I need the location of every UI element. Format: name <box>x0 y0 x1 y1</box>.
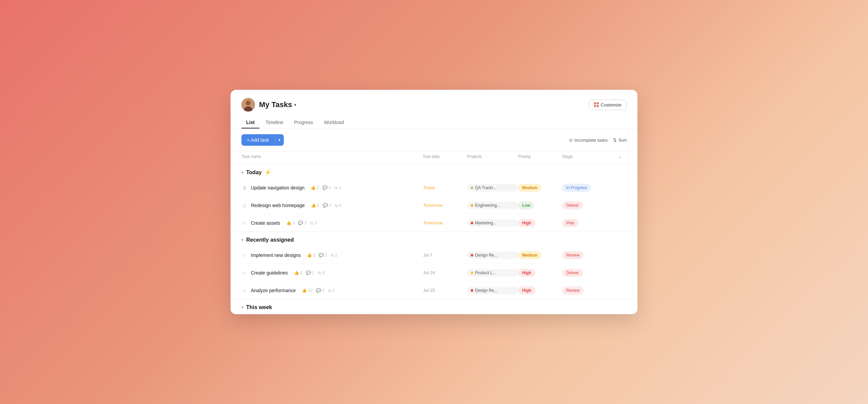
task-meta: 👍 2 💬 1 ⇆ 2 <box>311 185 341 190</box>
task-priority: Medium <box>518 184 562 192</box>
toolbar-right: ⊙ Incomplete tasks ⇅ Sort <box>569 138 627 143</box>
task-icon-diamond: ◇ <box>241 202 248 208</box>
task-priority: High <box>518 219 562 227</box>
project-dot <box>471 289 473 292</box>
task-project: Engineering... <box>467 202 518 209</box>
project-dot <box>471 204 473 207</box>
task-priority: High <box>518 286 562 295</box>
svg-point-1 <box>246 101 251 105</box>
task-name: Create assets <box>251 220 280 226</box>
task-comments: 💬 2 <box>316 288 324 293</box>
add-task-label: + Add task <box>247 137 269 143</box>
tab-list[interactable]: List <box>241 117 259 128</box>
task-project: QA Tracki... <box>467 184 518 191</box>
section-recently-assigned-title: Recently assigned <box>246 237 294 243</box>
table-row[interactable]: ○ Create guidelines 👍 2 💬 1 ⇆ 8 Jul 24 P… <box>231 264 637 282</box>
project-dot <box>471 186 473 189</box>
task-name-cell: ⧖ Update navigation design 👍 2 💬 1 ⇆ 2 <box>241 181 423 195</box>
project-name: Design Re... <box>475 253 497 258</box>
title-dropdown-icon[interactable]: ▾ <box>294 102 296 107</box>
section-today: ▾ Today ⚡ ⧖ Update navigation design 👍 2… <box>231 164 637 232</box>
incomplete-tasks-label: Incomplete tasks <box>575 138 608 143</box>
task-project: Design Re... <box>467 287 518 294</box>
task-due-date: Tomorrow <box>423 203 467 208</box>
table-row[interactable]: ◇ Redesign web homepage 👍 2 💬 2 ⇆ 4 Tomo… <box>231 197 637 214</box>
section-recently-assigned-header[interactable]: ▾ Recently assigned <box>231 232 637 246</box>
task-comments: 💬 2 <box>319 253 327 258</box>
tab-workload[interactable]: Workload <box>319 117 349 128</box>
tab-progress[interactable]: Progress <box>289 117 318 128</box>
col-projects: Projects <box>467 154 518 161</box>
task-name-cell: ○ Implement new designs 👍 2 💬 2 ⇆ 2 <box>241 248 423 262</box>
table-row[interactable]: ○ Analyze performance 👍 12 💬 2 ⇆ 2 Jul 2… <box>231 282 637 299</box>
task-meta: 👍 2 💬 2 ⇆ 4 <box>311 203 341 208</box>
header-top: My Tasks ▾ Customize <box>241 98 627 112</box>
table-row[interactable]: ⧖ Update navigation design 👍 2 💬 1 ⇆ 2 T… <box>231 179 637 197</box>
task-icon-hourglass: ⧖ <box>241 185 248 191</box>
task-subtasks: ⇆ 4 <box>335 203 341 208</box>
task-due-date: Today <box>423 185 467 190</box>
add-column-button[interactable]: + <box>613 154 627 161</box>
task-likes: 👍 2 <box>311 203 319 208</box>
task-table: Task name Due date Projects Priority Sta… <box>231 151 637 314</box>
header: My Tasks ▾ Customize List Timeline Progr… <box>231 90 637 129</box>
task-due-date: Jul 24 <box>423 270 467 275</box>
page-title-wrap: My Tasks ▾ <box>259 100 296 109</box>
col-priority: Priority <box>518 154 562 161</box>
task-project: Product L... <box>467 269 518 277</box>
section-this-week-title: This week <box>246 304 272 310</box>
section-today-icon: ⚡ <box>264 169 271 176</box>
tab-timeline[interactable]: Timeline <box>261 117 288 128</box>
task-meta: 👍 12 💬 2 ⇆ 2 <box>302 288 335 293</box>
section-today-header[interactable]: ▾ Today ⚡ <box>231 164 637 179</box>
customize-button[interactable]: Customize <box>589 100 627 110</box>
priority-badge: High <box>518 219 535 227</box>
sort-label: Sort <box>618 138 627 143</box>
task-stage: Review <box>562 286 613 295</box>
task-comments: 💬 2 <box>298 221 307 225</box>
task-due-date: Tomorrow <box>423 220 467 225</box>
stage-badge: Plan <box>562 219 578 227</box>
stage-badge: Review <box>562 251 584 259</box>
task-icon-check: ○ <box>241 287 248 293</box>
col-stage: Stage <box>562 154 613 161</box>
header-left: My Tasks ▾ <box>241 98 296 112</box>
incomplete-tasks-filter[interactable]: ⊙ Incomplete tasks <box>569 138 608 143</box>
section-this-week-chevron: ▾ <box>241 305 243 310</box>
task-meta: 👍 2 💬 2 ⇆ 2 <box>307 253 337 258</box>
task-priority: High <box>518 269 562 277</box>
section-this-week-header[interactable]: ▾ This week <box>231 300 637 314</box>
task-meta: 👍 2 💬 1 ⇆ 8 <box>294 270 324 275</box>
add-task-dropdown-button[interactable]: ▾ <box>275 134 284 146</box>
task-priority: Low <box>518 201 562 209</box>
task-stage: Review <box>562 251 613 259</box>
priority-badge: Medium <box>518 184 541 192</box>
add-task-button[interactable]: + Add task <box>241 134 275 146</box>
task-comments: 💬 2 <box>323 203 331 208</box>
toolbar: + Add task ▾ ⊙ Incomplete tasks ⇅ Sort <box>231 129 637 151</box>
task-icon-check: ○ <box>241 220 248 226</box>
task-project: Design Re... <box>467 251 518 259</box>
stage-badge: Deliver <box>562 201 583 209</box>
page-title: My Tasks <box>259 100 292 109</box>
task-subtasks: ⇆ 2 <box>331 253 337 258</box>
tabs: List Timeline Progress Workload <box>241 117 627 128</box>
task-stage: Deliver <box>562 269 613 277</box>
sort-button[interactable]: ⇅ Sort <box>613 138 627 143</box>
section-this-week: ▾ This week <box>231 300 637 314</box>
task-subtasks: ⇆ 3 <box>310 221 317 225</box>
task-likes: 👍 3 <box>286 221 295 225</box>
task-priority: Medium <box>518 251 562 259</box>
table-row[interactable]: ○ Implement new designs 👍 2 💬 2 ⇆ 2 Jul … <box>231 246 637 264</box>
task-comments: 💬 1 <box>322 185 331 190</box>
task-name-cell: ○ Create guidelines 👍 2 💬 1 ⇆ 8 <box>241 266 423 280</box>
task-due-date: Jul 25 <box>423 288 467 293</box>
priority-badge: High <box>518 286 535 295</box>
customize-label: Customize <box>601 102 622 107</box>
stage-badge: In Progress <box>562 184 591 192</box>
task-name-cell: ◇ Redesign web homepage 👍 2 💬 2 ⇆ 4 <box>241 198 423 213</box>
task-name: Implement new designs <box>251 252 301 258</box>
add-task-group: + Add task ▾ <box>241 134 284 146</box>
task-name: Create guidelines <box>251 270 288 276</box>
table-row[interactable]: ○ Create assets 👍 3 💬 2 ⇆ 3 Tomorrow Mar… <box>231 214 637 232</box>
